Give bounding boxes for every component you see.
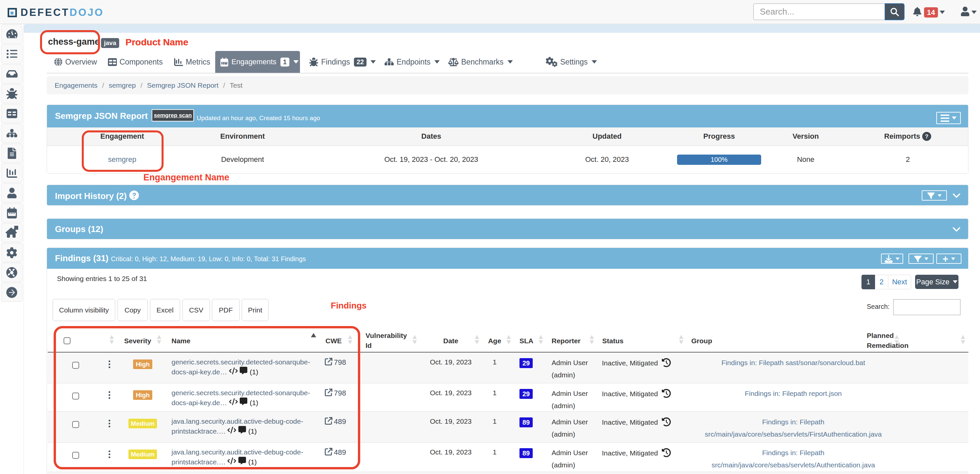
svg-text:?: ? — [925, 134, 928, 140]
